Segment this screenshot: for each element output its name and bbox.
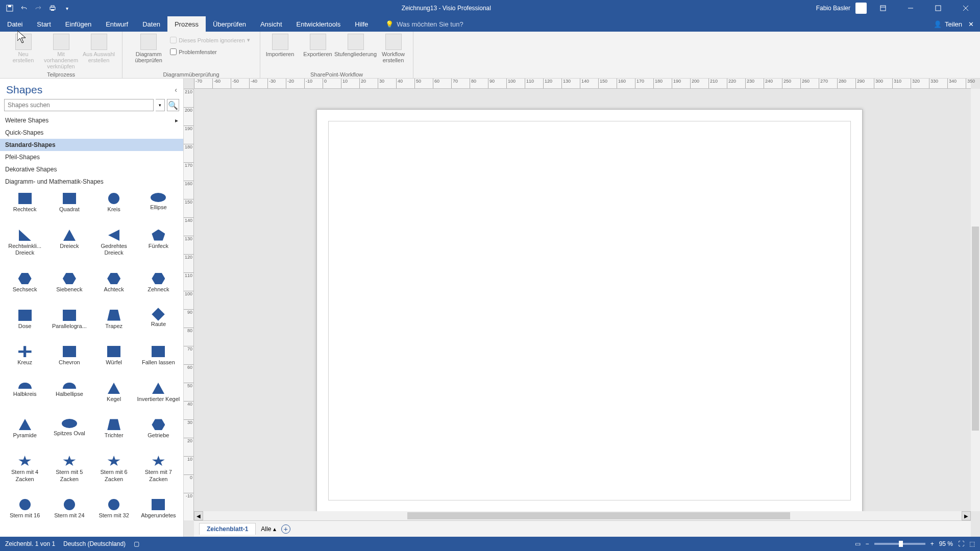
share-button[interactable]: 👤 Teilen xyxy=(934,20,962,28)
shape-item[interactable]: Halbellipse xyxy=(47,383,91,415)
shape-item[interactable]: Kreis xyxy=(92,193,136,226)
all-sheets-button[interactable]: Alle ▴ xyxy=(261,525,276,533)
save-button[interactable] xyxy=(4,3,15,14)
qat-customize-icon[interactable]: ▾ xyxy=(61,3,72,14)
zoom-slider[interactable] xyxy=(874,543,925,545)
close-pane-icon[interactable]: ✕ xyxy=(968,20,974,28)
avatar[interactable] xyxy=(855,3,867,14)
tab-einfügen[interactable]: Einfügen xyxy=(58,16,99,32)
shape-item[interactable]: Stern mit 4 Zacken xyxy=(3,456,46,495)
search-dropdown-icon[interactable]: ▾ xyxy=(156,99,165,111)
presentation-mode-icon[interactable]: ▭ xyxy=(855,540,861,547)
shape-item[interactable]: Parallelogra... xyxy=(47,310,91,342)
stage-structure-button[interactable]: Stufengliederung xyxy=(339,34,372,57)
shape-item[interactable]: Gedrehtes Dreieck xyxy=(92,230,136,269)
undo-button[interactable] xyxy=(18,3,30,14)
close-button[interactable] xyxy=(954,0,977,16)
tab-entwurf[interactable]: Entwurf xyxy=(99,16,135,32)
collapse-panel-icon[interactable]: ‹ xyxy=(175,86,177,94)
shape-item[interactable]: Würfel xyxy=(92,346,136,379)
horizontal-scrollbar[interactable]: ◀ ▶ xyxy=(194,511,971,520)
shape-item[interactable]: Sechseck xyxy=(3,273,46,306)
minimize-button[interactable] xyxy=(899,0,922,16)
shape-item[interactable]: Stern mit 16 xyxy=(3,499,46,532)
shape-item[interactable]: Siebeneck xyxy=(47,273,91,306)
zoom-out-button[interactable]: − xyxy=(866,540,869,547)
shape-item[interactable]: Halbkreis xyxy=(3,383,46,415)
tab-daten[interactable]: Daten xyxy=(135,16,167,32)
language-indicator[interactable]: Deutsch (Deutschland) xyxy=(63,540,126,547)
user-name[interactable]: Fabio Basler xyxy=(816,5,850,12)
zoom-thumb[interactable] xyxy=(899,541,903,547)
ignore-problem-checkbox[interactable]: Dieses Problem ignorieren ▾ xyxy=(170,37,250,43)
scrollbar-thumb[interactable] xyxy=(407,512,790,519)
shape-item[interactable]: Zehneck xyxy=(137,273,180,306)
zoom-in-button[interactable]: + xyxy=(930,540,934,547)
shape-item[interactable]: Trapez xyxy=(92,310,136,342)
shape-item[interactable]: Abgerundetes xyxy=(137,499,180,532)
shape-item[interactable]: Quadrat xyxy=(47,193,91,226)
tab-start[interactable]: Start xyxy=(30,16,58,32)
shape-item[interactable]: Dreieck xyxy=(47,230,91,269)
search-button[interactable]: 🔍 xyxy=(167,99,179,111)
tab-datei[interactable]: Datei xyxy=(0,16,30,32)
shape-item[interactable]: Kegel xyxy=(92,383,136,415)
add-sheet-button[interactable]: + xyxy=(281,524,290,534)
tab-überprüfen[interactable]: Überprüfen xyxy=(206,16,253,32)
ruler-tick: 350 xyxy=(966,79,980,88)
shape-item[interactable]: Fünfeck xyxy=(137,230,180,269)
tab-entwicklertools[interactable]: Entwicklertools xyxy=(289,16,348,32)
shape-item[interactable]: Stern mit 5 Zacken xyxy=(47,456,91,495)
shapes-category[interactable]: Quick-Shapes xyxy=(0,127,183,139)
shape-item[interactable]: Stern mit 24 xyxy=(47,499,91,532)
shape-item[interactable]: Stern mit 32 xyxy=(92,499,136,532)
ruler-tick: 210 xyxy=(184,89,193,107)
scrollbar-thumb[interactable] xyxy=(972,227,979,431)
sheet-tab[interactable]: Zeichenblatt-1 xyxy=(199,523,256,535)
shapes-category[interactable]: Diagramm- und Mathematik-Shapes xyxy=(0,176,183,188)
shapes-category[interactable]: Weitere Shapes▸ xyxy=(0,114,183,127)
ribbon-display-icon[interactable] xyxy=(872,0,894,16)
problem-window-checkbox[interactable]: Problemfenster xyxy=(170,48,250,55)
shape-item[interactable]: Stern mit 6 Zacken xyxy=(92,456,136,495)
shape-item[interactable]: Spitzes Oval xyxy=(47,419,91,452)
shape-item[interactable]: Achteck xyxy=(92,273,136,306)
tab-prozess[interactable]: Prozess xyxy=(167,16,206,32)
shapes-search-input[interactable] xyxy=(4,99,154,111)
scroll-right-icon[interactable]: ▶ xyxy=(962,511,971,520)
redo-button[interactable] xyxy=(33,3,44,14)
shape-item[interactable]: Fallen lassen xyxy=(137,346,180,379)
vertical-scrollbar[interactable] xyxy=(971,89,980,511)
import-button[interactable]: Importieren xyxy=(264,34,297,57)
shape-item[interactable]: Invertierter Kegel xyxy=(137,383,180,415)
create-workflow-button[interactable]: Workflow erstellen xyxy=(377,34,410,63)
shape-item[interactable]: Raute xyxy=(137,310,180,342)
shapes-category[interactable]: Standard-Shapes xyxy=(0,139,183,151)
drawing-page[interactable] xyxy=(316,109,863,512)
shape-item[interactable]: Rechtwinkli... Dreieck xyxy=(3,230,46,269)
ruler-tick: 160 xyxy=(617,79,635,88)
tellme-search[interactable]: 💡 Was möchten Sie tun? xyxy=(385,20,463,28)
fullscreen-icon[interactable]: ⬚ xyxy=(969,540,975,547)
macro-record-icon[interactable]: ▢ xyxy=(134,540,139,547)
shape-item[interactable]: Stern mit 7 Zacken xyxy=(137,456,180,495)
shape-item[interactable]: Kreuz xyxy=(3,346,46,379)
zoom-level[interactable]: 95 % xyxy=(939,540,953,547)
shape-item[interactable]: Trichter xyxy=(92,419,136,452)
export-button[interactable]: Exportieren xyxy=(302,34,334,57)
shape-item[interactable]: Getriebe xyxy=(137,419,180,452)
shape-item[interactable]: Chevron xyxy=(47,346,91,379)
shapes-category[interactable]: Pfeil-Shapes xyxy=(0,151,183,163)
shape-item[interactable]: Dose xyxy=(3,310,46,342)
shape-item[interactable]: Ellipse xyxy=(137,193,180,226)
check-diagram-button[interactable]: Diagramm überprüfen xyxy=(132,34,165,63)
shape-item[interactable]: Pyramide xyxy=(3,419,46,452)
print-button[interactable] xyxy=(47,3,58,14)
scroll-left-icon[interactable]: ◀ xyxy=(194,511,203,520)
shape-item[interactable]: Rechteck xyxy=(3,193,46,226)
shapes-category[interactable]: Dekorative Shapes xyxy=(0,163,183,176)
maximize-button[interactable] xyxy=(927,0,949,16)
fit-page-icon[interactable]: ⛶ xyxy=(958,540,964,547)
tab-hilfe[interactable]: Hilfe xyxy=(348,16,375,32)
tab-ansicht[interactable]: Ansicht xyxy=(253,16,289,32)
